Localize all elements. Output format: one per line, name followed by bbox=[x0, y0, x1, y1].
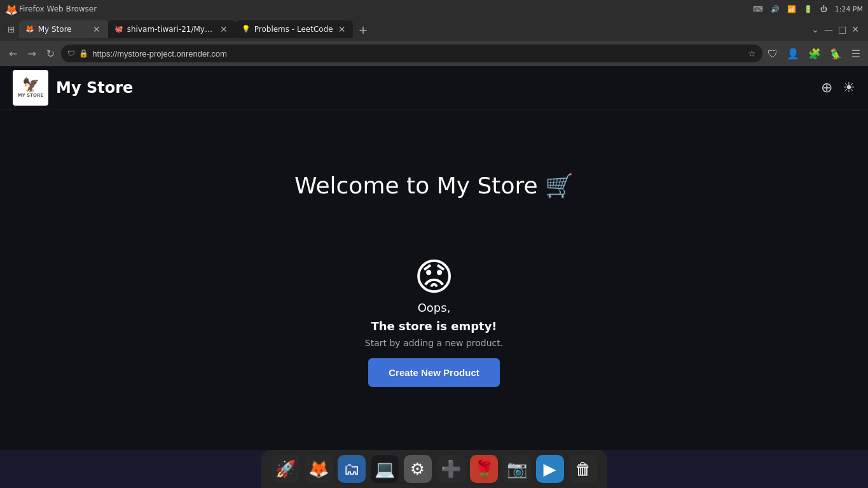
forward-button[interactable]: → bbox=[24, 45, 39, 62]
dock-icon-ksnip[interactable]: ➕ bbox=[437, 455, 465, 483]
os-titlebar-left: 🦊 Firefox Web Browser bbox=[5, 4, 97, 14]
logo-bird-icon: 🦅 bbox=[22, 77, 39, 93]
lock-icon: 🔒 bbox=[79, 49, 88, 58]
dock-icon-trash[interactable]: 🗑 bbox=[569, 455, 597, 483]
tab-favicon-leetcode: 💡 bbox=[242, 25, 251, 34]
new-tab-button[interactable]: + bbox=[353, 23, 373, 36]
dock-icon-screenshot[interactable]: 📷 bbox=[503, 455, 531, 483]
maximize-button[interactable]: □ bbox=[838, 24, 846, 34]
bookmark-icon[interactable]: ☆ bbox=[748, 48, 756, 59]
security-icon: 🛡 bbox=[67, 49, 75, 58]
clock: 1:24 PM bbox=[835, 5, 863, 13]
back-button[interactable]: ← bbox=[5, 45, 21, 62]
extensions-icon[interactable]: 🧩 bbox=[806, 46, 823, 61]
app-header: 🦅 MY STORE My Store ⊕ ☀ bbox=[0, 66, 868, 109]
empty-state: 😟 Oops, The store is empty! Start by add… bbox=[365, 258, 503, 387]
tab-bar: ⊞ 🦊 My Store ✕ 🐙 shivam-tiwari-21/Mystor… bbox=[0, 18, 868, 41]
menu-icon[interactable]: ☰ bbox=[849, 46, 863, 61]
battery-icon: 🔋 bbox=[804, 5, 813, 13]
tab-github[interactable]: 🐙 shivam-tiwari-21/MystorePro... ✕ bbox=[108, 20, 235, 38]
dock: 🚀 🦊 🗂 💻 ⚙️ ➕ 🌹 📷 ▶ 🗑 bbox=[261, 450, 607, 488]
tab-label-mystore: My Store bbox=[38, 25, 88, 34]
os-titlebar-right: ⌨ 🔊 📶 🔋 ⏻ 1:24 PM bbox=[753, 5, 863, 13]
create-new-product-button[interactable]: Create New Product bbox=[368, 358, 500, 387]
app-logo-area: 🦅 MY STORE My Store bbox=[13, 70, 133, 106]
add-product-header-button[interactable]: ⊕ bbox=[821, 80, 832, 96]
header-actions: ⊕ ☀ bbox=[821, 80, 855, 96]
window-controls: ⌄ — □ ✕ bbox=[811, 24, 864, 34]
tab-list-button[interactable]: ⌄ bbox=[811, 24, 819, 34]
tab-close-mystore[interactable]: ✕ bbox=[92, 24, 102, 34]
app-logo: 🦅 MY STORE bbox=[13, 70, 48, 106]
tab-label-leetcode: Problems - LeetCode bbox=[254, 25, 333, 34]
close-button[interactable]: ✕ bbox=[851, 24, 859, 34]
app-title: My Store bbox=[56, 79, 133, 97]
pocket-icon[interactable]: 🛡 bbox=[765, 46, 780, 61]
welcome-title: Welcome to My Store 🛒 bbox=[294, 172, 574, 199]
tab-close-leetcode[interactable]: ✕ bbox=[337, 24, 347, 34]
profile-icon[interactable]: 👤 bbox=[784, 46, 802, 61]
nav-extras: 🛡 👤 🧩 🦜 ☰ bbox=[765, 46, 863, 61]
dock-icon-rosa[interactable]: 🌹 bbox=[470, 455, 498, 483]
tab-favicon-mystore: 🦊 bbox=[25, 25, 34, 34]
dock-icon-firefox[interactable]: 🦊 bbox=[305, 455, 333, 483]
os-titlebar: 🦊 Firefox Web Browser ⌨ 🔊 📶 🔋 ⏻ 1:24 PM bbox=[0, 0, 868, 18]
dock-icon-terminal[interactable]: 💻 bbox=[371, 455, 399, 483]
keyboard-icon: ⌨ bbox=[753, 5, 763, 13]
empty-state-title: Oops, bbox=[418, 301, 451, 314]
minimize-button[interactable]: — bbox=[824, 24, 833, 34]
logo-text: MY STORE bbox=[18, 93, 43, 98]
wifi-icon: 📶 bbox=[787, 5, 796, 13]
dock-icon-launchpad[interactable]: 🚀 bbox=[272, 455, 300, 483]
tab-leetcode[interactable]: 💡 Problems - LeetCode ✕ bbox=[235, 20, 354, 38]
tab-close-github[interactable]: ✕ bbox=[219, 24, 229, 34]
nav-bar: ← → ↻ 🛡 🔒 ☆ 🛡 👤 🧩 🦜 ☰ bbox=[0, 41, 868, 66]
power-icon: ⏻ bbox=[820, 5, 827, 13]
dock-icon-settings[interactable]: ⚙️ bbox=[404, 455, 432, 483]
main-content: Welcome to My Store 🛒 😟 Oops, The store … bbox=[0, 109, 868, 450]
custom-icon[interactable]: 🦜 bbox=[827, 46, 845, 61]
sound-icon: 🔊 bbox=[771, 5, 780, 13]
tab-label-github: shivam-tiwari-21/MystorePro... bbox=[127, 25, 215, 34]
tab-mystore[interactable]: 🦊 My Store ✕ bbox=[19, 20, 108, 38]
theme-toggle-button[interactable]: ☀ bbox=[843, 80, 855, 96]
empty-state-subtitle2: Start by adding a new product. bbox=[365, 338, 503, 348]
tab-history-button[interactable]: ⊞ bbox=[4, 22, 19, 37]
os-title-text: Firefox Web Browser bbox=[19, 4, 97, 13]
address-bar-container[interactable]: 🛡 🔒 ☆ bbox=[61, 45, 762, 62]
empty-state-emoji: 😟 bbox=[414, 258, 454, 296]
empty-state-subtitle1: The store is empty! bbox=[371, 319, 497, 333]
tab-favicon-github: 🐙 bbox=[114, 25, 123, 34]
dock-icon-files[interactable]: 🗂 bbox=[338, 455, 366, 483]
dock-icon-media[interactable]: ▶ bbox=[536, 455, 564, 483]
reload-button[interactable]: ↻ bbox=[43, 45, 59, 62]
address-input[interactable] bbox=[92, 49, 744, 59]
firefox-os-icon: 🦊 bbox=[5, 4, 15, 14]
